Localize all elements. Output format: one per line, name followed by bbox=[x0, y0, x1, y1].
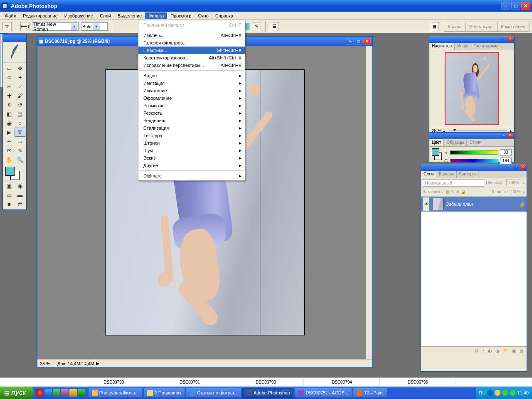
screen-mode-1-icon[interactable]: ▭ bbox=[4, 190, 15, 200]
new-layer-icon[interactable]: ▣ bbox=[512, 348, 516, 354]
taskbar-button[interactable]: Статьи по фотош... bbox=[186, 388, 241, 398]
zoom-tool[interactable]: 🔍 bbox=[15, 155, 25, 164]
foreground-color[interactable] bbox=[5, 167, 15, 176]
menu-изображение[interactable]: Изображение bbox=[61, 12, 96, 19]
tray-icon[interactable] bbox=[502, 390, 508, 396]
paths-tab[interactable]: Контуры bbox=[457, 171, 478, 178]
taskbar-button[interactable]: 10 - Paint bbox=[353, 388, 387, 398]
font-family-select[interactable]: Times New Roman▼ bbox=[32, 22, 79, 31]
color-tab[interactable]: Цвет bbox=[429, 139, 444, 146]
text-tool-icon[interactable]: T bbox=[2, 22, 12, 31]
visibility-icon[interactable]: 👁 bbox=[423, 197, 429, 211]
opacity-arrow-icon[interactable]: ▸ bbox=[523, 181, 525, 185]
filter-menu-item[interactable]: Имитация bbox=[138, 79, 245, 87]
taskbar-button[interactable]: 2 Проводник bbox=[143, 388, 185, 398]
path-select-tool[interactable]: ▶ bbox=[4, 128, 15, 137]
filter-menu-item[interactable]: Исправление перспективы...Alt+Ctrl+V bbox=[138, 62, 245, 69]
g-value[interactable]: 194 bbox=[500, 158, 512, 164]
r-slider[interactable] bbox=[450, 150, 498, 155]
tray-icon[interactable] bbox=[510, 390, 515, 396]
panel-minimize-button[interactable]: – bbox=[501, 133, 507, 138]
palette-well-tab[interactable]: Уст.инстр. bbox=[466, 22, 498, 31]
taskbar-button[interactable]: Photoshop-Фильт... bbox=[88, 388, 143, 398]
panel-close-button[interactable]: ✕ bbox=[507, 36, 513, 41]
text-orientation-icon[interactable]: ⟷T bbox=[20, 22, 30, 31]
wand-tool[interactable]: ✦ bbox=[15, 73, 25, 82]
layer-name[interactable]: Задний план bbox=[446, 202, 473, 207]
layers-tab[interactable]: Слои bbox=[421, 171, 436, 178]
swatches-tab[interactable]: Образцы bbox=[444, 139, 467, 146]
panel-titlebar[interactable]: – ✕ bbox=[429, 133, 514, 139]
color-picker[interactable] bbox=[3, 165, 26, 180]
layer-group-icon[interactable]: 📁 bbox=[503, 348, 509, 354]
pen-tool[interactable]: ✒ bbox=[4, 137, 15, 146]
menu-окно[interactable]: Окно bbox=[195, 12, 212, 19]
panel-close-button[interactable]: ✕ bbox=[520, 164, 526, 169]
taskbar-button[interactable]: Adobe Photoshop bbox=[242, 388, 293, 398]
filter-menu-item[interactable]: Конструктор узоров...Alt+Shift+Ctrl+X bbox=[138, 54, 245, 62]
dodge-tool[interactable]: ○ bbox=[15, 118, 25, 128]
ql-icon[interactable] bbox=[36, 389, 44, 397]
window-maximize-button[interactable]: □ bbox=[511, 2, 520, 10]
character-panel-icon[interactable]: ☰ bbox=[270, 22, 279, 31]
menu-фильтр[interactable]: Фильтр bbox=[145, 12, 167, 19]
hand-tool[interactable]: ✋ bbox=[4, 155, 15, 164]
doc-minimize-button[interactable]: – bbox=[347, 38, 354, 44]
thumbnail-label[interactable]: DSC00796 bbox=[380, 378, 456, 386]
eyedropper-tool[interactable]: ✎ bbox=[15, 146, 25, 155]
blur-tool[interactable]: ◉ bbox=[4, 118, 15, 128]
gradient-tool[interactable]: ▤ bbox=[15, 109, 25, 118]
color-swatches[interactable] bbox=[432, 148, 442, 163]
panel-minimize-button[interactable]: – bbox=[513, 164, 519, 169]
filter-menu-item[interactable]: Digimarc bbox=[138, 172, 245, 180]
channels-tab[interactable]: Каналы bbox=[436, 171, 457, 178]
lock-image-icon[interactable]: ✎ bbox=[451, 190, 454, 194]
notes-tool[interactable]: ✉ bbox=[4, 146, 15, 155]
ql-icon[interactable] bbox=[69, 389, 77, 397]
shape-tool[interactable]: ▭ bbox=[15, 137, 25, 146]
doc-close-button[interactable]: ✕ bbox=[363, 38, 371, 44]
filter-menu-item[interactable]: Пластика...Shift+Ctrl+X bbox=[138, 47, 245, 54]
taskbar-button[interactable]: DSC00751 - ACDS... bbox=[294, 388, 352, 398]
filter-menu-item[interactable]: Галерея фильтров... bbox=[138, 39, 245, 47]
doc-info-arrow-icon[interactable]: ▶ bbox=[96, 361, 99, 366]
filter-menu-item[interactable]: Искажение bbox=[138, 87, 245, 94]
doc-maximize-button[interactable]: □ bbox=[355, 38, 362, 44]
filter-menu-item[interactable]: Шум bbox=[138, 147, 245, 154]
palette-well-icon[interactable]: ▦ bbox=[430, 22, 439, 31]
panel-titlebar[interactable]: – ✕ bbox=[421, 164, 527, 171]
filter-menu-item[interactable]: Текстура bbox=[138, 132, 245, 139]
menu-выделение[interactable]: Выделение bbox=[114, 12, 145, 19]
history-brush-tool[interactable]: ↺ bbox=[15, 100, 25, 109]
ql-icon[interactable] bbox=[53, 389, 60, 397]
delete-layer-icon[interactable]: 🗑 bbox=[520, 349, 524, 354]
layer-mask-icon[interactable]: ◐ bbox=[488, 348, 492, 354]
filter-menu-item[interactable]: Стилизация bbox=[138, 124, 245, 132]
menu-редактирование[interactable]: Редактирование bbox=[20, 12, 61, 19]
quickmask-mode-icon[interactable]: ◉ bbox=[15, 181, 25, 190]
filter-menu-item[interactable]: Эскиз bbox=[138, 154, 245, 162]
adjustment-layer-icon[interactable]: ◑ bbox=[495, 348, 500, 354]
crop-tool[interactable]: ✂ bbox=[4, 82, 15, 91]
link-layers-icon[interactable]: ⌘ bbox=[474, 348, 479, 354]
thumbnail-label[interactable]: DSC00791 bbox=[152, 378, 228, 386]
palette-well-tab[interactable]: Комп.слоев bbox=[498, 22, 529, 31]
move-tool[interactable]: ✥ bbox=[15, 64, 25, 73]
filter-menu-item[interactable]: Видео bbox=[138, 72, 245, 79]
filter-menu-item[interactable]: Последний фильтрCtrl+F bbox=[138, 21, 245, 29]
menu-файл[interactable]: Файл bbox=[2, 12, 20, 19]
language-indicator[interactable]: RU bbox=[479, 390, 486, 395]
thumbnail-label[interactable]: DSC00794 bbox=[304, 378, 380, 386]
warp-text-icon[interactable]: ✎ bbox=[252, 22, 261, 31]
menu-справка[interactable]: Справка bbox=[212, 12, 236, 19]
g-slider[interactable] bbox=[450, 159, 498, 163]
standard-mode-icon[interactable]: ▣ bbox=[4, 181, 15, 190]
layer-thumbnail[interactable] bbox=[433, 198, 443, 210]
start-button[interactable]: ⊞пуск bbox=[0, 387, 34, 399]
filter-menu-item[interactable]: Извлечь...Alt+Ctrl+X bbox=[138, 32, 245, 39]
tray-icon[interactable] bbox=[495, 390, 500, 396]
menu-просмотр[interactable]: Просмотр bbox=[167, 12, 195, 19]
filter-menu-item[interactable]: Резкость bbox=[138, 109, 245, 117]
filter-menu-item[interactable]: Другие bbox=[138, 162, 245, 169]
tray-icon[interactable] bbox=[487, 390, 493, 396]
